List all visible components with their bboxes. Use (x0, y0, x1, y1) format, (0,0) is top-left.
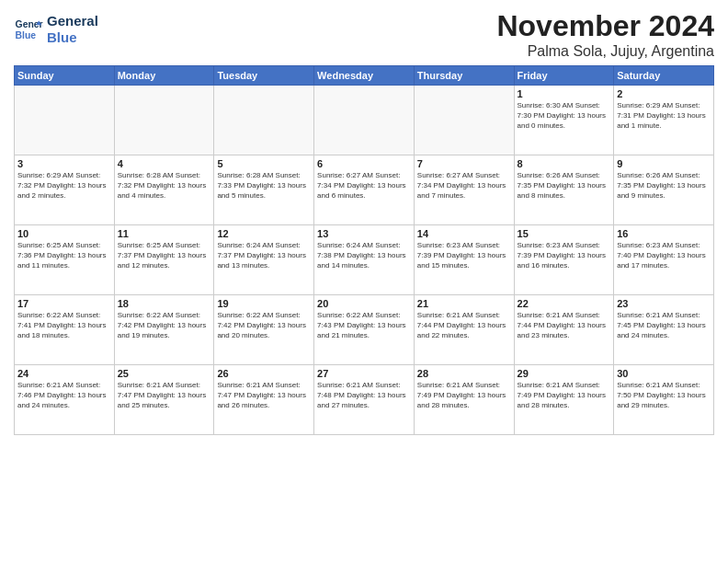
day-info: Sunrise: 6:21 AM Sunset: 7:48 PM Dayligh… (317, 380, 411, 411)
page: General Blue GeneralBlue November 2024 P… (0, 0, 728, 563)
day-info: Sunrise: 6:26 AM Sunset: 7:35 PM Dayligh… (518, 170, 611, 201)
day-info: Sunrise: 6:25 AM Sunset: 7:36 PM Dayligh… (17, 240, 111, 271)
day-number: 28 (417, 368, 511, 379)
day-number: 19 (217, 298, 311, 309)
calendar-cell: 18Sunrise: 6:22 AM Sunset: 7:42 PM Dayli… (114, 295, 214, 365)
day-number: 10 (17, 228, 111, 239)
calendar-cell: 10Sunrise: 6:25 AM Sunset: 7:36 PM Dayli… (15, 225, 115, 295)
calendar-week-2: 3Sunrise: 6:29 AM Sunset: 7:32 PM Daylig… (15, 155, 714, 225)
col-sunday: Sunday (15, 66, 115, 86)
title-area: November 2024 Palma Sola, Jujuy, Argenti… (496, 9, 714, 60)
calendar-week-1: 1Sunrise: 6:30 AM Sunset: 7:30 PM Daylig… (15, 86, 714, 155)
day-number: 22 (518, 298, 611, 309)
day-number: 11 (118, 228, 211, 239)
day-info: Sunrise: 6:26 AM Sunset: 7:35 PM Dayligh… (617, 170, 711, 201)
day-info: Sunrise: 6:27 AM Sunset: 7:34 PM Dayligh… (317, 170, 411, 201)
calendar-cell: 24Sunrise: 6:21 AM Sunset: 7:46 PM Dayli… (15, 365, 115, 435)
calendar-cell: 8Sunrise: 6:26 AM Sunset: 7:35 PM Daylig… (514, 155, 614, 225)
day-info: Sunrise: 6:24 AM Sunset: 7:38 PM Dayligh… (317, 240, 411, 271)
calendar-cell: 29Sunrise: 6:21 AM Sunset: 7:49 PM Dayli… (514, 365, 614, 435)
day-info: Sunrise: 6:25 AM Sunset: 7:37 PM Dayligh… (118, 240, 211, 271)
calendar-cell: 28Sunrise: 6:21 AM Sunset: 7:49 PM Dayli… (414, 365, 514, 435)
day-info: Sunrise: 6:22 AM Sunset: 7:41 PM Dayligh… (17, 310, 111, 341)
day-number: 8 (518, 158, 611, 169)
day-number: 5 (217, 158, 311, 169)
day-info: Sunrise: 6:22 AM Sunset: 7:42 PM Dayligh… (217, 310, 311, 341)
calendar-cell (15, 86, 115, 155)
svg-text:Blue: Blue (16, 30, 37, 40)
col-thursday: Thursday (414, 66, 514, 86)
calendar-cell: 13Sunrise: 6:24 AM Sunset: 7:38 PM Dayli… (314, 225, 415, 295)
calendar: Sunday Monday Tuesday Wednesday Thursday… (14, 65, 714, 435)
logo: General Blue GeneralBlue (14, 13, 98, 46)
day-number: 26 (217, 368, 311, 379)
calendar-cell (114, 86, 214, 155)
day-number: 24 (17, 368, 111, 379)
col-saturday: Saturday (614, 66, 714, 86)
day-number: 23 (617, 298, 711, 309)
day-number: 2 (617, 88, 711, 99)
day-info: Sunrise: 6:30 AM Sunset: 7:30 PM Dayligh… (518, 100, 611, 132)
calendar-cell: 5Sunrise: 6:28 AM Sunset: 7:33 PM Daylig… (214, 155, 314, 225)
calendar-cell: 22Sunrise: 6:21 AM Sunset: 7:44 PM Dayli… (514, 295, 614, 365)
day-info: Sunrise: 6:23 AM Sunset: 7:39 PM Dayligh… (417, 240, 511, 271)
day-number: 15 (518, 228, 611, 239)
month-title: November 2024 (496, 9, 714, 43)
day-info: Sunrise: 6:21 AM Sunset: 7:44 PM Dayligh… (417, 310, 511, 341)
calendar-cell: 2Sunrise: 6:29 AM Sunset: 7:31 PM Daylig… (614, 86, 714, 155)
day-info: Sunrise: 6:23 AM Sunset: 7:40 PM Dayligh… (617, 240, 711, 271)
day-info: Sunrise: 6:29 AM Sunset: 7:31 PM Dayligh… (617, 100, 711, 132)
day-info: Sunrise: 6:28 AM Sunset: 7:32 PM Dayligh… (118, 170, 211, 201)
day-number: 4 (118, 158, 211, 169)
day-number: 14 (417, 228, 511, 239)
day-info: Sunrise: 6:29 AM Sunset: 7:32 PM Dayligh… (17, 170, 111, 201)
day-number: 12 (217, 228, 311, 239)
calendar-cell: 7Sunrise: 6:27 AM Sunset: 7:34 PM Daylig… (414, 155, 514, 225)
calendar-cell (414, 86, 514, 155)
day-number: 18 (118, 298, 211, 309)
calendar-cell: 11Sunrise: 6:25 AM Sunset: 7:37 PM Dayli… (114, 225, 214, 295)
day-info: Sunrise: 6:23 AM Sunset: 7:39 PM Dayligh… (518, 240, 611, 271)
calendar-header-row: Sunday Monday Tuesday Wednesday Thursday… (15, 66, 714, 86)
day-number: 21 (417, 298, 511, 309)
day-info: Sunrise: 6:28 AM Sunset: 7:33 PM Dayligh… (217, 170, 311, 201)
calendar-cell: 14Sunrise: 6:23 AM Sunset: 7:39 PM Dayli… (414, 225, 514, 295)
day-info: Sunrise: 6:27 AM Sunset: 7:34 PM Dayligh… (417, 170, 511, 201)
day-number: 27 (317, 368, 411, 379)
calendar-cell: 1Sunrise: 6:30 AM Sunset: 7:30 PM Daylig… (514, 86, 614, 155)
calendar-cell: 9Sunrise: 6:26 AM Sunset: 7:35 PM Daylig… (614, 155, 714, 225)
day-number: 7 (417, 158, 511, 169)
calendar-cell: 3Sunrise: 6:29 AM Sunset: 7:32 PM Daylig… (15, 155, 115, 225)
day-info: Sunrise: 6:21 AM Sunset: 7:44 PM Dayligh… (518, 310, 611, 341)
calendar-week-3: 10Sunrise: 6:25 AM Sunset: 7:36 PM Dayli… (15, 225, 714, 295)
day-info: Sunrise: 6:21 AM Sunset: 7:47 PM Dayligh… (217, 380, 311, 411)
calendar-week-5: 24Sunrise: 6:21 AM Sunset: 7:46 PM Dayli… (15, 365, 714, 435)
header: General Blue GeneralBlue November 2024 P… (14, 9, 714, 60)
calendar-cell: 26Sunrise: 6:21 AM Sunset: 7:47 PM Dayli… (214, 365, 314, 435)
calendar-cell (314, 86, 415, 155)
calendar-cell: 23Sunrise: 6:21 AM Sunset: 7:45 PM Dayli… (614, 295, 714, 365)
calendar-cell: 19Sunrise: 6:22 AM Sunset: 7:42 PM Dayli… (214, 295, 314, 365)
day-number: 30 (617, 368, 711, 379)
day-number: 29 (518, 368, 611, 379)
day-number: 13 (317, 228, 411, 239)
day-info: Sunrise: 6:21 AM Sunset: 7:47 PM Dayligh… (118, 380, 211, 411)
col-tuesday: Tuesday (214, 66, 314, 86)
day-number: 9 (617, 158, 711, 169)
day-info: Sunrise: 6:21 AM Sunset: 7:46 PM Dayligh… (17, 380, 111, 411)
day-number: 1 (518, 88, 611, 99)
day-info: Sunrise: 6:21 AM Sunset: 7:45 PM Dayligh… (617, 310, 711, 341)
calendar-cell: 12Sunrise: 6:24 AM Sunset: 7:37 PM Dayli… (214, 225, 314, 295)
day-info: Sunrise: 6:21 AM Sunset: 7:50 PM Dayligh… (617, 380, 711, 411)
logo-text: GeneralBlue (47, 13, 98, 46)
calendar-cell: 17Sunrise: 6:22 AM Sunset: 7:41 PM Dayli… (15, 295, 115, 365)
calendar-cell: 20Sunrise: 6:22 AM Sunset: 7:43 PM Dayli… (314, 295, 415, 365)
day-number: 16 (617, 228, 711, 239)
col-wednesday: Wednesday (314, 66, 415, 86)
day-number: 17 (17, 298, 111, 309)
location-title: Palma Sola, Jujuy, Argentina (496, 43, 714, 60)
calendar-cell: 30Sunrise: 6:21 AM Sunset: 7:50 PM Dayli… (614, 365, 714, 435)
calendar-week-4: 17Sunrise: 6:22 AM Sunset: 7:41 PM Dayli… (15, 295, 714, 365)
day-number: 3 (17, 158, 111, 169)
day-info: Sunrise: 6:24 AM Sunset: 7:37 PM Dayligh… (217, 240, 311, 271)
